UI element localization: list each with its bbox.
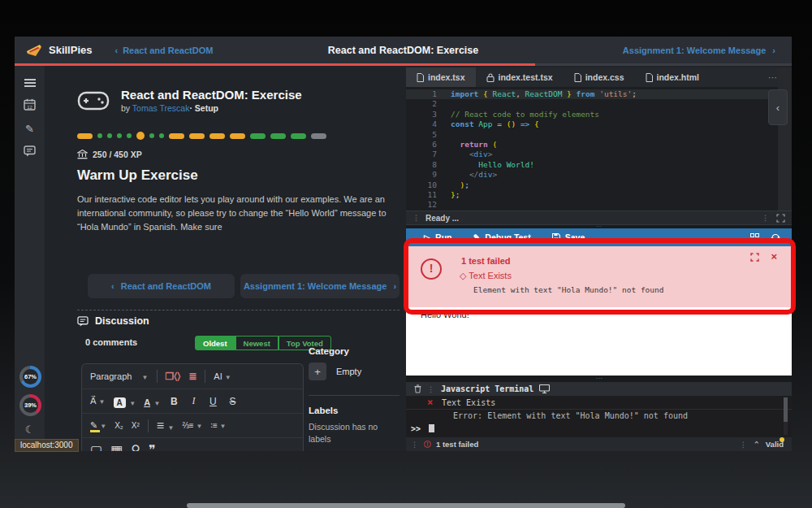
progress-marker[interactable] — [230, 133, 245, 139]
code-line[interactable]: 12 — [406, 200, 792, 210]
chat-icon[interactable] — [15, 145, 45, 157]
code-line[interactable]: 9 </div> — [406, 170, 792, 180]
author-link[interactable]: Tomas Trescak — [132, 103, 190, 113]
bullet-list-dropdown[interactable]: ∶≡ ▼ — [210, 421, 226, 430]
code-line[interactable]: 8 Hello World! — [406, 160, 792, 170]
next-lesson-button[interactable]: Assignment 1: Welcome Message › — [240, 274, 400, 298]
code-line[interactable]: 6 return ( — [406, 140, 792, 150]
highlighter-icon[interactable]: ✎ ▼ — [90, 420, 106, 431]
progress-marker[interactable] — [209, 133, 225, 139]
progress-marker[interactable] — [149, 133, 154, 138]
collapse-panel-button[interactable]: ‹ — [768, 89, 788, 125]
trash-icon[interactable] — [414, 384, 421, 393]
run-button[interactable]: ▷Run — [424, 232, 452, 242]
pane-resize-handle[interactable]: ⋯ — [406, 376, 792, 382]
progress-marker[interactable] — [159, 133, 164, 138]
italic-button[interactable]: I — [188, 395, 199, 407]
terminal-error: Error: Element with text "Hola Mundo!" n… — [453, 411, 688, 420]
tab-index-tsx[interactable]: index.tsx — [406, 67, 476, 87]
code-line[interactable]: 5 — [406, 130, 792, 140]
category-empty-row[interactable]: + Empty — [309, 363, 361, 380]
drag-handle-icon[interactable]: ⋮ — [427, 385, 435, 393]
font-size-dropdown[interactable]: A⃗ ▼ — [90, 396, 106, 406]
save-button[interactable]: Save — [552, 232, 585, 242]
terminal-body[interactable]: × Text Exists Error: Element with text "… — [406, 396, 792, 437]
drag-handle-icon[interactable]: ⋮ — [762, 214, 770, 222]
link-icon[interactable]: ⚲ — [131, 442, 140, 451]
align-dropdown[interactable]: ≡ ▼ — [157, 419, 175, 433]
terminal-scrollbar[interactable] — [784, 397, 788, 435]
drag-handle-icon[interactable]: ⋮ — [412, 214, 421, 222]
progress-marker[interactable] — [250, 133, 266, 139]
superscript-button[interactable]: X² — [132, 421, 140, 430]
code-line[interactable]: 10 ); — [406, 180, 792, 190]
terminal-header: ⋮ Javascript Terminal — [406, 382, 792, 396]
back-chevron-icon: ‹ — [114, 46, 118, 55]
progress-marker[interactable] — [169, 133, 184, 139]
alert-title: 1 test failed — [461, 256, 511, 266]
progress-marker[interactable] — [107, 133, 112, 138]
image-icon[interactable]: ▢ — [90, 442, 102, 451]
progress-marker[interactable] — [97, 133, 102, 138]
code-line[interactable]: 7 <div> — [406, 150, 792, 159]
menu-icon[interactable] — [24, 77, 36, 89]
sync-icon[interactable] — [771, 233, 780, 242]
sort-newest-button[interactable]: Newest — [235, 336, 279, 350]
header-back-link[interactable]: ‹ React and ReactDOM — [114, 46, 213, 55]
toc-list-icon[interactable]: ≣ — [188, 371, 197, 382]
calendar-icon[interactable]: 12 — [15, 98, 45, 111]
progress-marker[interactable] — [311, 133, 326, 139]
progress-marker[interactable] — [291, 133, 306, 139]
strikethrough-button[interactable]: S — [227, 396, 238, 407]
progress-marker[interactable] — [270, 133, 286, 139]
code-editor[interactable]: 1import { React, ReactDOM } from 'utils'… — [406, 87, 792, 211]
pencil-icon[interactable]: ✎ — [15, 123, 45, 135]
tab-overflow-button[interactable]: ⋯ — [768, 72, 777, 83]
terminal-cursor[interactable] — [429, 424, 434, 432]
code-line[interactable]: 11}; — [406, 190, 792, 200]
prev-lesson-button[interactable]: ‹ React and ReactDOM — [88, 274, 235, 298]
course-progress-badge[interactable]: 67% — [19, 366, 41, 388]
debug-test-button[interactable]: ✎Debug Test — [473, 232, 531, 242]
progress-marker[interactable] — [189, 133, 205, 139]
bold-button[interactable]: B — [168, 396, 179, 407]
collapse-caret-icon[interactable]: ⌃ — [754, 440, 760, 449]
back-chevron-icon: ‹ — [111, 281, 114, 291]
lesson-progress-row[interactable] — [77, 132, 326, 140]
progress-marker[interactable] — [117, 133, 122, 138]
plus-icon[interactable]: + — [309, 363, 326, 380]
layout-grid-icon[interactable] — [750, 233, 759, 242]
code-line[interactable]: 2 — [406, 99, 792, 109]
sort-oldest-button[interactable]: Oldest — [195, 336, 235, 350]
drag-handle-icon[interactable]: ⋮ — [740, 441, 748, 449]
expand-icon[interactable] — [776, 214, 785, 223]
header-next-link[interactable]: Assignment 1: Welcome Message › — [623, 46, 775, 55]
paragraph-style-dropdown[interactable]: Paragraph ▼ — [90, 371, 149, 381]
quote-icon[interactable]: ❞ — [149, 442, 156, 451]
alert-close-icon[interactable]: × — [771, 250, 777, 263]
alert-expand-icon[interactable] — [750, 253, 759, 262]
code-line[interactable]: 3// React code to modify elements — [406, 110, 792, 119]
drag-handle-icon[interactable]: ⋮ — [411, 441, 419, 449]
text-color-dropdown[interactable]: A ▼ — [144, 394, 160, 409]
progress-marker[interactable] — [77, 133, 93, 139]
code-sample-icon[interactable]: ❒〈〉 — [166, 371, 181, 382]
moon-icon[interactable]: ☾ — [15, 423, 45, 436]
underline-button[interactable]: U — [207, 396, 218, 407]
subscript-button[interactable]: X₂ — [114, 421, 123, 430]
assignment-progress-badge[interactable]: 39% — [19, 394, 41, 416]
ai-dropdown[interactable]: AI ▼ — [214, 371, 231, 381]
progress-marker[interactable] — [127, 133, 132, 138]
brand[interactable]: SkillPies — [15, 43, 92, 58]
code-line[interactable]: 4const App = () => { — [406, 119, 792, 129]
bg-color-dropdown[interactable]: A ▼ — [114, 394, 136, 409]
code-line[interactable]: 1import { React, ReactDOM } from 'utils'… — [406, 89, 792, 99]
ordered-list-dropdown[interactable]: ⅔≡ ▼ — [182, 421, 202, 430]
left-icon-rail: 12 ✎ 67% 39% ☾ — [15, 66, 45, 451]
table-icon[interactable]: ▦ — [110, 442, 123, 451]
tab-index-css[interactable]: index.css — [564, 67, 635, 87]
tab-index-html[interactable]: index.html — [635, 67, 710, 87]
exercise-description: Our interactive code editor lets you pla… — [77, 193, 395, 234]
progress-marker[interactable] — [136, 132, 145, 140]
tab-index-test-tsx[interactable]: index.test.tsx — [476, 67, 564, 87]
